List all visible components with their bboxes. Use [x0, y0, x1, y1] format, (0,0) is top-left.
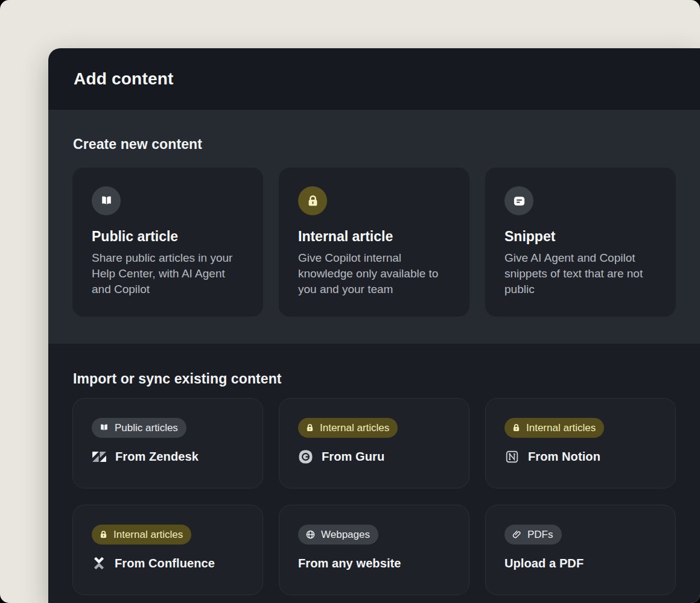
card-from-any-website[interactable]: Webpages From any website [279, 505, 469, 595]
card-from-notion[interactable]: Internal articles From Notion [485, 398, 676, 488]
paperclip-icon [512, 529, 522, 540]
import-section-heading: Import or sync existing content [73, 371, 676, 387]
card-description: Give Copilot internal knowledge only ava… [298, 250, 450, 297]
card-title: Snippet [504, 229, 657, 245]
card-title: Public article [92, 229, 244, 245]
source-row: From Zendesk [92, 448, 244, 465]
globe-icon [305, 529, 316, 540]
source-row: Upload a PDF [504, 555, 657, 572]
page-background: Add content Create new content Public ar… [0, 0, 700, 603]
source-row: From Confluence [92, 555, 244, 572]
source-label: From Confluence [115, 557, 215, 570]
pdfs-badge: PDFs [504, 525, 562, 545]
badge-label: Public articles [115, 422, 178, 434]
source-label: From Notion [528, 450, 600, 464]
internal-articles-badge: Internal articles [92, 525, 191, 545]
public-articles-badge: Public articles [92, 418, 186, 438]
lock-icon [305, 423, 314, 432]
card-description: Share public articles in your Help Cente… [92, 250, 244, 297]
modal-header: Add content [48, 48, 700, 110]
lock-icon [298, 186, 327, 215]
source-row: From Guru [298, 448, 450, 465]
modal-title: Add content [74, 69, 174, 89]
internal-articles-badge: Internal articles [298, 418, 398, 438]
badge-label: PDFs [527, 529, 553, 541]
notion-logo [504, 449, 520, 464]
badge-label: Webpages [321, 529, 370, 541]
import-sync-section: Import or sync existing content Public a… [48, 344, 700, 603]
create-section-heading: Create new content [73, 136, 676, 153]
confluence-logo [92, 556, 106, 570]
card-description: Give AI Agent and Copilot snippets of te… [504, 250, 657, 297]
source-label: From Zendesk [115, 450, 199, 464]
lock-icon [512, 423, 521, 432]
card-from-guru[interactable]: Internal articles From Guru [279, 398, 469, 488]
card-snippet[interactable]: Snippet Give AI Agent and Copilot snippe… [485, 168, 676, 317]
source-label: From any website [298, 557, 401, 570]
badge-label: Internal articles [526, 422, 596, 434]
snippet-icon [504, 186, 533, 215]
create-new-content-section: Create new content Public article Share … [48, 110, 700, 344]
create-cards-row: Public article Share public articles in … [72, 168, 676, 317]
badge-label: Internal articles [113, 529, 183, 541]
card-title: Internal article [298, 229, 450, 245]
badge-label: Internal articles [320, 422, 389, 434]
card-upload-pdf[interactable]: PDFs Upload a PDF [485, 505, 676, 595]
webpages-badge: Webpages [298, 525, 378, 545]
card-public-article[interactable]: Public article Share public articles in … [72, 168, 263, 317]
card-internal-article[interactable]: Internal article Give Copilot internal k… [279, 168, 469, 317]
add-content-modal: Add content Create new content Public ar… [48, 48, 700, 603]
internal-articles-badge: Internal articles [504, 418, 604, 438]
source-row: From Notion [504, 448, 657, 465]
source-label: From Guru [322, 450, 384, 464]
book-icon [92, 186, 121, 215]
source-label: Upload a PDF [504, 557, 584, 570]
guru-logo [298, 449, 313, 464]
import-cards-grid: Public articles From Zendesk [72, 398, 676, 595]
lock-icon [99, 530, 108, 539]
source-row: From any website [298, 555, 450, 572]
book-icon [99, 423, 109, 433]
card-from-confluence[interactable]: Internal articles From Confluence [72, 505, 263, 595]
zendesk-logo [92, 450, 107, 463]
card-from-zendesk[interactable]: Public articles From Zendesk [72, 398, 263, 488]
